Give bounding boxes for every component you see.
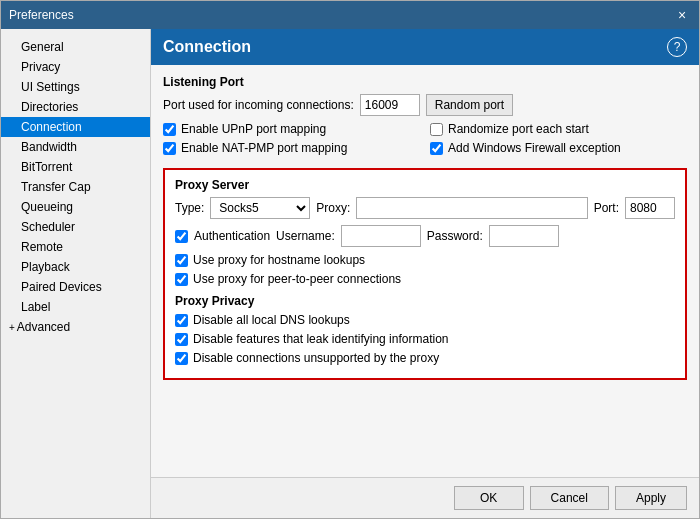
firewall-checkbox[interactable] — [430, 142, 443, 155]
disable-connections-label: Disable connections unsupported by the p… — [193, 351, 439, 365]
randomize-checkbox[interactable] — [430, 123, 443, 136]
sidebar-item-ui-settings[interactable]: UI Settings — [1, 77, 150, 97]
disable-connections-checkbox[interactable] — [175, 352, 188, 365]
content-header: Connection ? — [151, 29, 699, 65]
proxy-server-label: Proxy Server — [175, 178, 675, 192]
window-title: Preferences — [9, 8, 74, 22]
footer: OK Cancel Apply — [151, 477, 699, 518]
sidebar-item-remote[interactable]: Remote — [1, 237, 150, 257]
proxy-port-input[interactable] — [625, 197, 675, 219]
upnp-label: Enable UPnP port mapping — [181, 122, 326, 136]
disable-dns-label: Disable all local DNS lookups — [193, 313, 350, 327]
auth-row: Authentication Username: Password: — [175, 225, 675, 247]
proxy-addr-label: Proxy: — [316, 201, 350, 215]
proxy-hostname-row: Use proxy for hostname lookups — [175, 253, 675, 267]
sidebar-item-label[interactable]: Label — [1, 297, 150, 317]
disable-features-row: Disable features that leak identifying i… — [175, 332, 675, 346]
ok-button[interactable]: OK — [454, 486, 524, 510]
proxy-privacy-label: Proxy Privacy — [175, 294, 675, 308]
username-input[interactable] — [341, 225, 421, 247]
auth-checkbox[interactable] — [175, 230, 188, 243]
proxy-type-row: Type: Socks5 None Socks4 HTTPS Proxy: Po… — [175, 197, 675, 219]
firewall-row: Add Windows Firewall exception — [430, 141, 687, 155]
sidebar-item-queueing[interactable]: Queueing — [1, 197, 150, 217]
title-bar: Preferences × — [1, 1, 699, 29]
port-row: Port used for incoming connections: Rand… — [163, 94, 687, 116]
sidebar: GeneralPrivacyUI SettingsDirectoriesConn… — [1, 29, 151, 518]
upnp-row: Enable UPnP port mapping — [163, 122, 420, 136]
randomize-label: Randomize port each start — [448, 122, 589, 136]
sidebar-item-bandwidth[interactable]: Bandwidth — [1, 137, 150, 157]
sidebar-item-bittorrent[interactable]: BitTorrent — [1, 157, 150, 177]
proxy-hostname-label: Use proxy for hostname lookups — [193, 253, 365, 267]
section-title: Connection — [163, 38, 251, 56]
disable-connections-row: Disable connections unsupported by the p… — [175, 351, 675, 365]
password-label: Password: — [427, 229, 483, 243]
proxy-port-label: Port: — [594, 201, 619, 215]
port-input[interactable] — [360, 94, 420, 116]
firewall-label: Add Windows Firewall exception — [448, 141, 621, 155]
disable-dns-checkbox[interactable] — [175, 314, 188, 327]
nat-checkbox[interactable] — [163, 142, 176, 155]
password-input[interactable] — [489, 225, 559, 247]
main-content: Connection ? Listening Port Port used fo… — [151, 29, 699, 518]
username-label: Username: — [276, 229, 335, 243]
proxy-hostname-checkbox[interactable] — [175, 254, 188, 267]
type-label: Type: — [175, 201, 204, 215]
sidebar-item-general[interactable]: General — [1, 37, 150, 57]
cancel-button[interactable]: Cancel — [530, 486, 609, 510]
randomize-row: Randomize port each start — [430, 122, 687, 136]
window-body: GeneralPrivacyUI SettingsDirectoriesConn… — [1, 29, 699, 518]
nat-row: Enable NAT-PMP port mapping — [163, 141, 420, 155]
sidebar-item-privacy[interactable]: Privacy — [1, 57, 150, 77]
disable-features-label: Disable features that leak identifying i… — [193, 332, 448, 346]
random-port-button[interactable]: Random port — [426, 94, 513, 116]
proxy-address-input[interactable] — [356, 197, 587, 219]
preferences-window: Preferences × GeneralPrivacyUI SettingsD… — [0, 0, 700, 519]
proxy-peer-label: Use proxy for peer-to-peer connections — [193, 272, 401, 286]
sidebar-item-playback[interactable]: Playback — [1, 257, 150, 277]
disable-dns-row: Disable all local DNS lookups — [175, 313, 675, 327]
sidebar-item-directories[interactable]: Directories — [1, 97, 150, 117]
help-button[interactable]: ? — [667, 37, 687, 57]
close-button[interactable]: × — [673, 6, 691, 24]
apply-button[interactable]: Apply — [615, 486, 687, 510]
upnp-checkbox[interactable] — [163, 123, 176, 136]
disable-features-checkbox[interactable] — [175, 333, 188, 346]
proxy-peer-row: Use proxy for peer-to-peer connections — [175, 272, 675, 286]
port-label: Port used for incoming connections: — [163, 98, 354, 112]
proxy-section: Proxy Server Type: Socks5 None Socks4 HT… — [163, 168, 687, 380]
content-body: Listening Port Port used for incoming co… — [151, 65, 699, 477]
sidebar-item-transfer-cap[interactable]: Transfer Cap — [1, 177, 150, 197]
proxy-peer-checkbox[interactable] — [175, 273, 188, 286]
sidebar-item-paired-devices[interactable]: Paired Devices — [1, 277, 150, 297]
nat-label: Enable NAT-PMP port mapping — [181, 141, 347, 155]
listening-port-label: Listening Port — [163, 75, 687, 89]
sidebar-item-scheduler[interactable]: Scheduler — [1, 217, 150, 237]
sidebar-item-advanced[interactable]: +Advanced — [1, 317, 150, 337]
sidebar-item-connection[interactable]: Connection — [1, 117, 150, 137]
auth-label: Authentication — [194, 229, 270, 243]
port-options: Enable UPnP port mapping Randomize port … — [163, 122, 687, 160]
type-select[interactable]: Socks5 None Socks4 HTTPS — [210, 197, 310, 219]
